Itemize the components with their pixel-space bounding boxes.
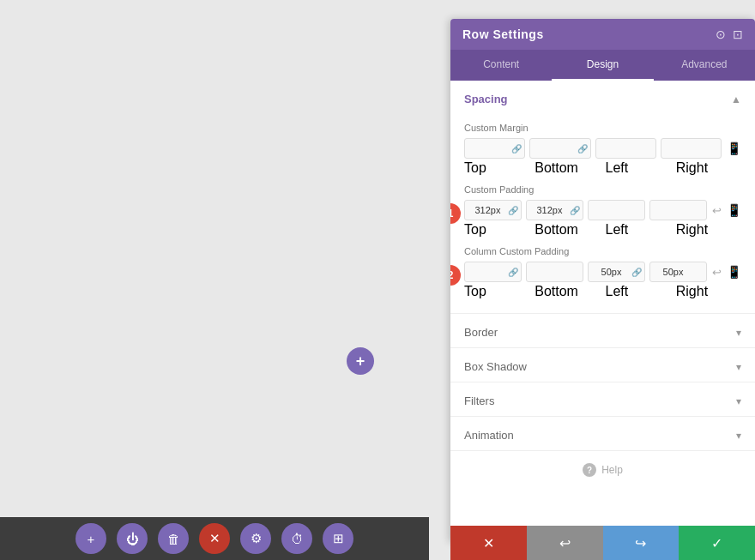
section-filters: Filters ▾ [450, 382, 755, 417]
margin-left-input[interactable] [595, 138, 656, 159]
section-filters-header[interactable]: Filters ▾ [450, 382, 755, 416]
badge-2: 2 [450, 265, 461, 286]
add-button[interactable]: + [76, 523, 106, 554]
custom-padding-group: 1 Custom Padding 🔗 🔗 [464, 184, 741, 238]
custom-padding-label: Custom Padding [464, 184, 741, 195]
plus-icon: + [356, 352, 365, 370]
left-label: Left [606, 160, 671, 176]
custom-margin-group: Custom Margin 🔗 🔗 [464, 123, 741, 176]
col-padding-top-field: 🔗 [464, 262, 522, 282]
margin-right-input[interactable] [661, 138, 722, 159]
chevron-down-icon: ▾ [736, 327, 741, 339]
link-icon: 🔗 [511, 144, 522, 154]
chevron-down-icon: ▾ [736, 395, 741, 407]
section-spacing-content: Custom Margin 🔗 🔗 [450, 123, 755, 313]
section-animation-title: Animation [464, 429, 514, 442]
section-spacing: Spacing ▲ Custom Margin 🔗 [450, 81, 755, 314]
section-border-header[interactable]: Border ▾ [450, 314, 755, 347]
padding-top-field: 🔗 [464, 200, 522, 220]
redo-icon: ↪ [635, 535, 646, 551]
left-label: Left [606, 222, 671, 238]
padding-bottom-field: 🔗 [526, 200, 583, 220]
link-icon: 🔗 [631, 268, 642, 277]
close-button[interactable]: ✕ [199, 523, 230, 554]
right-label: Right [676, 160, 741, 176]
panel-body: Spacing ▲ Custom Margin 🔗 [450, 81, 755, 542]
top-label: Top [464, 222, 529, 238]
panel-header-icons: ⊙ ⊡ [716, 27, 743, 41]
tab-advanced[interactable]: Advanced [654, 50, 755, 81]
tab-content[interactable]: Content [450, 50, 552, 81]
cancel-footer-button[interactable]: ✕ [450, 526, 527, 560]
bottom-label: Bottom [535, 284, 600, 299]
padding-right-field [649, 200, 707, 220]
bottom-label: Bottom [535, 160, 600, 176]
settings-icon: ⚙ [251, 531, 262, 546]
section-border: Border ▾ [450, 314, 755, 348]
help-section: ? Help [450, 451, 755, 489]
margin-right-field [661, 138, 722, 159]
link-icon: 🔗 [508, 206, 518, 215]
link-icon: 🔗 [570, 206, 580, 215]
col-padding-bottom-field [526, 262, 583, 282]
col-padding-bottom-input[interactable] [526, 262, 583, 282]
help-icon[interactable]: ? [583, 463, 596, 477]
padding-right-input[interactable] [649, 200, 707, 220]
redo-footer-button[interactable]: ↪ [603, 526, 680, 560]
badge-1: 1 [450, 203, 461, 224]
history-button[interactable]: ⏱ [281, 523, 312, 554]
save-footer-button[interactable]: ✓ [679, 526, 755, 560]
close-icon: ✕ [483, 535, 494, 551]
section-animation-header[interactable]: Animation ▾ [450, 417, 755, 450]
section-border-title: Border [464, 326, 498, 339]
section-spacing-header[interactable]: Spacing ▲ [450, 81, 755, 114]
section-spacing-title: Spacing [464, 93, 508, 105]
column-custom-padding-group: 2 Column Custom Padding 🔗 [464, 246, 741, 299]
section-box-shadow-title: Box Shadow [464, 360, 527, 373]
col-padding-right-input[interactable] [649, 262, 707, 282]
link-icon: 🔗 [577, 144, 588, 154]
mobile-icon: 📱 [727, 265, 741, 279]
chevron-down-icon: ▾ [736, 430, 741, 442]
history-icon: ⏱ [291, 532, 304, 546]
settings-icon[interactable]: ⊙ [716, 27, 726, 41]
bottom-toolbar: + ⏻ 🗑 ✕ ⚙ ⏱ ⊞ [0, 517, 429, 560]
expand-icon[interactable]: ⊡ [733, 27, 743, 41]
right-label: Right [676, 222, 741, 238]
padding-left-field [588, 200, 645, 220]
panel-title: Row Settings [462, 27, 544, 41]
close-icon: ✕ [209, 531, 220, 546]
section-filters-title: Filters [464, 394, 494, 407]
panel-header: Row Settings ⊙ ⊡ [450, 19, 755, 50]
padding-left-input[interactable] [588, 200, 645, 220]
trash-button[interactable]: 🗑 [158, 523, 189, 554]
mobile-icon: 📱 [727, 142, 741, 155]
layout-icon: ⊞ [333, 531, 344, 546]
mobile-icon: 📱 [727, 203, 741, 217]
margin-field-labels: Top Bottom Left Right [464, 160, 741, 176]
panel-tabs: Content Design Advanced [450, 50, 755, 81]
help-label[interactable]: Help [601, 464, 623, 476]
layout-button[interactable]: ⊞ [323, 523, 353, 554]
undo-footer-button[interactable]: ↩ [527, 526, 603, 560]
power-button[interactable]: ⏻ [117, 523, 148, 554]
add-row-button[interactable]: + [347, 347, 374, 375]
reset-icon[interactable]: ↩ [712, 266, 722, 279]
settings-button[interactable]: ⚙ [240, 523, 271, 554]
col-padding-right-field [649, 262, 707, 282]
chevron-down-icon: ▾ [736, 361, 741, 373]
section-box-shadow: Box Shadow ▾ [450, 348, 755, 382]
reset-icon[interactable]: ↩ [712, 204, 722, 217]
trash-icon: 🗑 [167, 532, 180, 546]
col-padding-left-field: 🔗 [588, 262, 645, 282]
panel-footer: ✕ ↩ ↪ ✓ [450, 526, 755, 560]
section-animation: Animation ▾ [450, 417, 755, 451]
col-padding-field-labels: Top Bottom Left Right [464, 284, 741, 299]
tab-design[interactable]: Design [552, 50, 653, 81]
margin-bottom-field: 🔗 [529, 138, 590, 159]
custom-margin-label: Custom Margin [464, 123, 741, 133]
column-padding-label: Column Custom Padding [464, 246, 741, 256]
section-box-shadow-header[interactable]: Box Shadow ▾ [450, 348, 755, 382]
power-icon: ⏻ [126, 532, 139, 546]
top-label: Top [464, 160, 529, 176]
